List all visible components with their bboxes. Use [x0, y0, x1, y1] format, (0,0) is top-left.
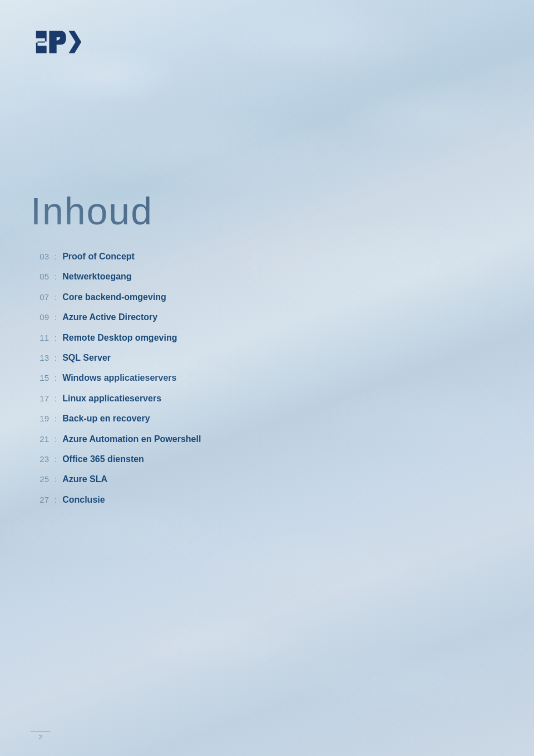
texture-overlay [0, 0, 534, 756]
